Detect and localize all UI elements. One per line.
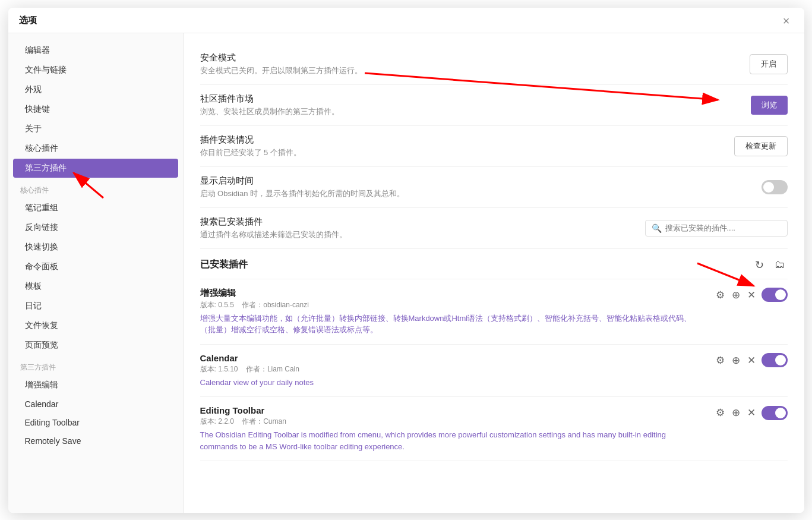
search-input[interactable] [665, 223, 781, 232]
main-content: 安全模式 安全模式已关闭。开启以限制第三方插件运行。 开启 社区插件市场 浏览、… [184, 33, 804, 513]
safe-mode-info: 安全模式 安全模式已关闭。开启以限制第三方插件运行。 [200, 52, 750, 76]
sidebar-item-editor[interactable]: 编辑器 [13, 41, 178, 60]
community-plugins-info: 社区插件市场 浏览、安装社区成员制作的第三方插件。 [200, 93, 751, 117]
settings-icon-editing-toolbar[interactable]: ⚙ [715, 405, 726, 420]
search-plugins-desc: 通过插件名称或描述来筛选已安装的插件。 [200, 229, 633, 240]
plugin-desc-enhanced-editing: 增强大量文本编辑功能，如（允许批量）转换内部链接、转换Markdown或Html… [200, 313, 705, 336]
search-icon: 🔍 [652, 223, 662, 233]
installed-plugins-title: 已安装插件 [200, 259, 248, 271]
sidebar-item-note-refactor[interactable]: 笔记重组 [13, 198, 178, 218]
safe-mode-desc: 安全模式已关闭。开启以限制第三方插件运行。 [200, 65, 738, 76]
safe-mode-button[interactable]: 开启 [750, 54, 788, 74]
show-startup-info: 显示启动时间 启动 Obsidian 时，显示各插件初始化所需的时间及其总和。 [200, 175, 762, 199]
sidebar-item-editing-toolbar[interactable]: Editing Toolbar [13, 414, 178, 431]
reload-plugins-button[interactable]: ↻ [753, 257, 766, 273]
reload-icon: ↻ [755, 259, 764, 271]
community-plugins-row: 社区插件市场 浏览、安装社区成员制作的第三方插件。 浏览 [200, 85, 788, 126]
sidebar-item-page-preview[interactable]: 页面预览 [13, 336, 178, 355]
sidebar-item-calendar[interactable]: Calendar [13, 395, 178, 413]
toggle-enhanced-editing[interactable] [762, 288, 788, 302]
sidebar-item-core-plugins[interactable]: 核心插件 [13, 139, 178, 158]
show-startup-slider [762, 180, 788, 194]
plugin-row-enhanced-editing: 增强编辑 版本: 0.5.5 作者：obsidian-canzi 增强大量文本编… [200, 279, 788, 345]
plugin-controls-calendar: ⚙ ⊕ ✕ [715, 353, 788, 368]
remove-icon-editing-toolbar[interactable]: ✕ [746, 405, 757, 420]
dialog-header: 选项 × [8, 8, 804, 33]
show-startup-name: 显示启动时间 [200, 175, 750, 187]
add-icon-calendar[interactable]: ⊕ [731, 353, 741, 368]
plugin-header-editing-toolbar: Editing Toolbar 版本: 2.2.0 作者：Cuman The O… [200, 405, 788, 452]
plugin-name-editing-toolbar: Editing Toolbar [200, 405, 705, 415]
settings-icon-calendar[interactable]: ⚙ [715, 353, 726, 368]
safe-mode-name: 安全模式 [200, 52, 738, 64]
plugin-header-enhanced-editing: 增强编辑 版本: 0.5.5 作者：obsidian-canzi 增强大量文本编… [200, 288, 788, 336]
plugin-desc-editing-toolbar: The Obsidian Editing Toolbar is modified… [200, 429, 705, 452]
remotely-save-note [200, 461, 788, 465]
third-section-label: 第三方插件 [8, 355, 183, 375]
search-box: 🔍 [645, 220, 788, 237]
search-plugins-info: 搜索已安装插件 通过插件名称或描述来筛选已安装的插件。 [200, 216, 645, 240]
plugin-info-editing-toolbar: Editing Toolbar 版本: 2.2.0 作者：Cuman The O… [200, 405, 705, 452]
sidebar-item-enhanced-editing[interactable]: 增强编辑 [13, 376, 178, 395]
sidebar-item-quick-switcher[interactable]: 快速切换 [13, 238, 178, 257]
plugin-info-calendar: Calendar 版本: 1.5.10 作者：Liam Cain Calenda… [200, 353, 705, 389]
plugin-desc-calendar: Calendar view of your daily notes [200, 377, 705, 389]
folder-icon: 🗂 [775, 259, 785, 270]
core-section-label: 核心插件 [8, 178, 183, 198]
settings-dialog: 选项 × 编辑器 文件与链接 外观 快捷键 关于 核心插件 第三方插件 核心插件… [8, 8, 804, 513]
show-startup-toggle[interactable] [762, 180, 788, 194]
sidebar-item-command-palette[interactable]: 命令面板 [13, 257, 178, 276]
show-startup-desc: 启动 Obsidian 时，显示各插件初始化所需的时间及其总和。 [200, 188, 750, 199]
sidebar-item-about[interactable]: 关于 [13, 119, 178, 138]
check-updates-button[interactable]: 检查更新 [734, 136, 788, 156]
dialog-title: 选项 [19, 15, 37, 26]
settings-icon-enhanced-editing[interactable]: ⚙ [715, 288, 726, 302]
toggle-editing-toolbar[interactable] [762, 406, 788, 420]
plugin-version-calendar: 版本: 1.5.10 作者：Liam Cain [200, 364, 705, 374]
close-button[interactable]: × [779, 14, 794, 28]
remove-icon-enhanced-editing[interactable]: ✕ [746, 288, 757, 302]
plugin-row-editing-toolbar: Editing Toolbar 版本: 2.2.0 作者：Cuman The O… [200, 397, 788, 461]
plugin-version-enhanced-editing: 版本: 0.5.5 作者：obsidian-canzi [200, 300, 705, 310]
browse-button[interactable]: 浏览 [751, 96, 788, 115]
plugin-controls-editing-toolbar: ⚙ ⊕ ✕ [715, 405, 788, 420]
search-plugins-name: 搜索已安装插件 [200, 216, 633, 228]
sidebar-item-appearance[interactable]: 外观 [13, 80, 178, 99]
sidebar-item-backlinks[interactable]: 反向链接 [13, 218, 178, 237]
plugin-name-calendar: Calendar [200, 353, 705, 363]
plugin-info-enhanced-editing: 增强编辑 版本: 0.5.5 作者：obsidian-canzi 增强大量文本编… [200, 288, 705, 336]
section-actions: ↻ 🗂 [753, 257, 788, 273]
sidebar: 编辑器 文件与链接 外观 快捷键 关于 核心插件 第三方插件 核心插件 笔记重组… [8, 33, 184, 513]
add-icon-editing-toolbar[interactable]: ⊕ [731, 405, 741, 420]
show-startup-row: 显示启动时间 启动 Obsidian 时，显示各插件初始化所需的时间及其总和。 [200, 167, 788, 208]
plugin-status-desc: 你目前已经安装了 5 个插件。 [200, 147, 722, 158]
open-plugins-folder-button[interactable]: 🗂 [772, 257, 788, 272]
plugin-status-row: 插件安装情况 你目前已经安装了 5 个插件。 检查更新 [200, 126, 788, 167]
plugin-version-editing-toolbar: 版本: 2.2.0 作者：Cuman [200, 417, 705, 427]
sidebar-item-file-links[interactable]: 文件与链接 [13, 61, 178, 80]
sidebar-item-hotkeys[interactable]: 快捷键 [13, 100, 178, 119]
toggle-calendar[interactable] [762, 353, 788, 367]
plugin-status-name: 插件安装情况 [200, 134, 722, 146]
sidebar-item-daily-notes[interactable]: 日记 [13, 297, 178, 316]
dialog-body: 编辑器 文件与链接 外观 快捷键 关于 核心插件 第三方插件 核心插件 笔记重组… [8, 33, 804, 513]
community-plugins-desc: 浏览、安装社区成员制作的第三方插件。 [200, 106, 739, 117]
plugin-row-calendar: Calendar 版本: 1.5.10 作者：Liam Cain Calenda… [200, 345, 788, 398]
plugin-name-enhanced-editing: 增强编辑 [200, 288, 705, 299]
installed-plugins-header: 已安装插件 ↻ 🗂 [200, 249, 788, 279]
sidebar-item-templates[interactable]: 模板 [13, 277, 178, 296]
sidebar-item-third-party[interactable]: 第三方插件 [13, 159, 178, 178]
sidebar-item-remotely-save[interactable]: Remotely Save [13, 432, 178, 450]
search-plugins-row: 搜索已安装插件 通过插件名称或描述来筛选已安装的插件。 🔍 [200, 208, 788, 249]
plugin-controls-enhanced-editing: ⚙ ⊕ ✕ [715, 288, 788, 302]
plugin-header-calendar: Calendar 版本: 1.5.10 作者：Liam Cain Calenda… [200, 353, 788, 389]
community-plugins-name: 社区插件市场 [200, 93, 739, 105]
remove-icon-calendar[interactable]: ✕ [746, 353, 757, 368]
sidebar-item-file-recovery[interactable]: 文件恢复 [13, 316, 178, 335]
safe-mode-row: 安全模式 安全模式已关闭。开启以限制第三方插件运行。 开启 [200, 44, 788, 85]
add-icon-enhanced-editing[interactable]: ⊕ [731, 288, 741, 302]
plugin-status-info: 插件安装情况 你目前已经安装了 5 个插件。 [200, 134, 734, 158]
